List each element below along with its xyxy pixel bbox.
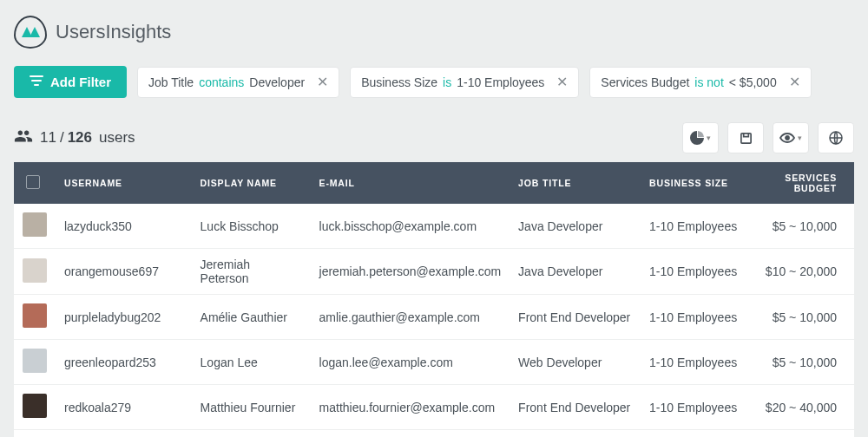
people-icon <box>14 127 33 150</box>
cell-email: luck.bisschop@example.com <box>311 204 510 249</box>
filter-operator: contains <box>199 75 244 89</box>
chevron-down-icon: ▾ <box>707 134 711 142</box>
filter-operator: is <box>443 75 451 89</box>
cell-username: greenleopard253 <box>56 340 192 385</box>
filter-operator: is not <box>694 75 723 89</box>
cell-display-name: Jeremiah Peterson <box>192 249 311 295</box>
cell-business-size: 1-10 Employees <box>641 340 753 385</box>
table-row[interactable]: greenleopard253Logan Leelogan.lee@exampl… <box>14 340 854 385</box>
filter-field: Job Title <box>148 75 194 89</box>
table-row[interactable]: orangemouse697Jeremiah Petersonjeremiah.… <box>14 249 854 295</box>
cell-username: orangemouse697 <box>56 249 192 295</box>
avatar <box>23 212 47 237</box>
cell-job-title: Front End Developer <box>510 295 641 340</box>
cell-services-budget: $10 ~ 20,000 <box>753 430 854 438</box>
table-header-row: USERNAME DISPLAY NAME E-MAIL JOB TITLE B… <box>14 162 854 204</box>
cell-job-title: Front End Developer <box>510 385 641 430</box>
table-row[interactable]: redkoala279Matthieu Fourniermatthieu.fou… <box>14 385 854 430</box>
filter-field: Business Size <box>361 75 437 89</box>
cell-job-title: Java Developer <box>510 249 641 295</box>
avatar <box>23 258 47 283</box>
user-count: 11 / 126 users <box>14 127 135 150</box>
filters-toolbar: Add Filter Job Title contains Developer✕… <box>0 66 868 110</box>
filter-value: 1-10 Employees <box>457 75 544 89</box>
cell-business-size: 1-10 Employees <box>641 430 753 438</box>
count-sep: / <box>60 129 64 147</box>
users-table: USERNAME DISPLAY NAME E-MAIL JOB TITLE B… <box>14 162 854 437</box>
visibility-button[interactable]: ▾ <box>773 122 809 153</box>
close-icon[interactable]: ✕ <box>317 75 328 89</box>
count-total: 126 <box>68 129 92 147</box>
cell-display-name: Olivia Koskela <box>192 430 311 438</box>
cell-business-size: 1-10 Employees <box>641 385 753 430</box>
avatar <box>23 394 47 418</box>
cell-services-budget: $5 ~ 10,000 <box>753 295 854 340</box>
cell-business-size: 1-10 Employees <box>641 249 753 295</box>
cell-services-budget: $5 ~ 10,000 <box>753 204 854 249</box>
filter-value: < $5,000 <box>729 75 777 89</box>
cell-username: lazydog740 <box>56 430 192 438</box>
save-button[interactable] <box>727 122 764 153</box>
col-business-size[interactable]: BUSINESS SIZE <box>641 162 753 204</box>
count-label: users <box>99 129 135 147</box>
filter-icon <box>30 75 43 89</box>
table-row[interactable]: purpleladybug202Amélie Gauthieramlie.gau… <box>14 295 854 340</box>
count-actions: ▾ ▾ <box>682 122 854 153</box>
cell-username: purpleladybug202 <box>56 295 192 340</box>
app-header: UsersInsights <box>0 0 868 66</box>
avatar <box>23 349 47 373</box>
filter-chip[interactable]: Services Budget is not < $5,000✕ <box>589 67 811 98</box>
svg-rect-0 <box>740 133 750 142</box>
table-row[interactable]: lazydog740Olivia Koskelaolivia.koskela@e… <box>14 430 854 438</box>
count-shown: 11 <box>40 129 56 147</box>
close-icon[interactable]: ✕ <box>556 75 568 89</box>
filter-field: Services Budget <box>601 75 689 89</box>
cell-username: lazyduck350 <box>56 204 192 249</box>
cell-display-name: Luck Bisschop <box>192 204 311 249</box>
logo-icon <box>14 16 47 49</box>
col-job-title[interactable]: JOB TITLE <box>510 162 641 204</box>
col-services-budget[interactable]: SERVICES BUDGET <box>753 162 854 204</box>
close-icon[interactable]: ✕ <box>789 75 800 89</box>
add-filter-label: Add Filter <box>50 75 111 89</box>
add-filter-button[interactable]: Add Filter <box>14 66 127 98</box>
cell-job-title: Java Developer <box>510 204 641 249</box>
brand-name: UsersInsights <box>56 21 171 43</box>
cell-business-size: 1-10 Employees <box>641 295 753 340</box>
col-username[interactable]: USERNAME <box>56 162 192 204</box>
cell-services-budget: $5 ~ 10,000 <box>753 340 854 385</box>
chart-button[interactable]: ▾ <box>682 122 719 153</box>
globe-button[interactable] <box>818 122 854 153</box>
count-row: 11 / 126 users ▾ ▾ <box>0 110 868 162</box>
cell-job-title: Web Developer <box>510 430 641 438</box>
col-display-name[interactable]: DISPLAY NAME <box>192 162 311 204</box>
cell-display-name: Matthieu Fournier <box>192 385 311 430</box>
select-all-checkbox[interactable] <box>26 175 40 189</box>
filter-chip[interactable]: Job Title contains Developer✕ <box>137 67 339 98</box>
cell-services-budget: $10 ~ 20,000 <box>753 249 854 295</box>
cell-email: jeremiah.peterson@example.com <box>311 249 510 295</box>
cell-business-size: 1-10 Employees <box>641 204 753 249</box>
cell-email: matthieu.fournier@example.com <box>311 385 510 430</box>
cell-email: amlie.gauthier@example.com <box>311 295 510 340</box>
cell-services-budget: $20 ~ 40,000 <box>753 385 854 430</box>
cell-display-name: Logan Lee <box>192 340 311 385</box>
svg-point-1 <box>786 136 789 140</box>
cell-email: olivia.koskela@example.com <box>311 430 510 438</box>
avatar <box>23 303 47 328</box>
table-row[interactable]: lazyduck350Luck Bisschopluck.bisschop@ex… <box>14 204 854 249</box>
cell-username: redkoala279 <box>56 385 192 430</box>
filter-value: Developer <box>249 75 305 89</box>
filter-chip[interactable]: Business Size is 1-10 Employees✕ <box>350 67 579 98</box>
cell-job-title: Web Developer <box>510 340 641 385</box>
cell-display-name: Amélie Gauthier <box>192 295 311 340</box>
cell-email: logan.lee@example.com <box>311 340 510 385</box>
chevron-down-icon: ▾ <box>798 134 802 142</box>
col-email[interactable]: E-MAIL <box>311 162 510 204</box>
